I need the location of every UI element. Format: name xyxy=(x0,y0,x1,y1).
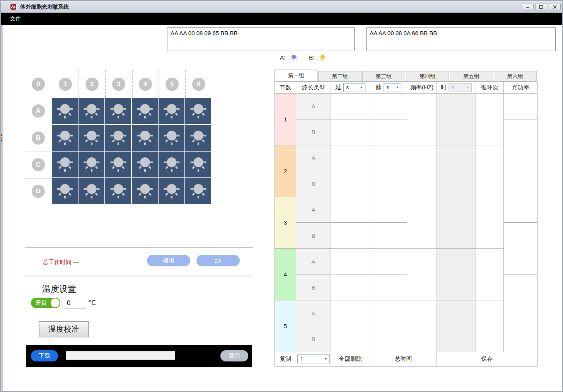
column-divider-dashed-line xyxy=(185,70,186,98)
frequency-cell-5[interactable] xyxy=(407,300,437,352)
command-box-a[interactable]: AA AA 00 08 09 65 BB BB xyxy=(167,27,355,51)
frequency-cell-1[interactable] xyxy=(407,94,437,145)
delay-cell-2B[interactable] xyxy=(331,171,370,197)
pulse-cell-3A[interactable] xyxy=(370,197,407,223)
frequency-cell-4[interactable] xyxy=(407,249,437,300)
download-button[interactable]: 下载 xyxy=(31,350,58,361)
pulse-cell-4B[interactable] xyxy=(370,274,407,300)
well-D5[interactable] xyxy=(159,178,184,204)
well-C4[interactable] xyxy=(132,152,158,177)
tab-group-1[interactable]: 第一组 xyxy=(275,70,317,82)
well-bulb-icon xyxy=(134,100,156,123)
well-D3[interactable] xyxy=(105,178,131,204)
time-cell-3 xyxy=(437,197,476,249)
column-divider-dashed-line xyxy=(78,70,79,98)
maximize-button[interactable] xyxy=(535,3,547,10)
well-B3[interactable] xyxy=(105,125,131,151)
time-unit-select: s▼ xyxy=(449,83,472,92)
cycles-cell-2[interactable] xyxy=(476,145,504,197)
copy-button[interactable]: 复制 xyxy=(275,352,296,366)
speed-2x-button[interactable]: 2X xyxy=(196,255,240,266)
power-cell-5[interactable] xyxy=(504,274,537,326)
well-bulb-icon xyxy=(188,126,209,150)
frequency-cell-3[interactable] xyxy=(407,197,437,249)
delay-cell-1A[interactable] xyxy=(331,94,370,119)
pulse-cell-1B[interactable] xyxy=(370,119,407,145)
header-wavelength-type: 波长类型 xyxy=(296,82,331,94)
well-A3[interactable] xyxy=(105,98,131,124)
temperature-calibrate-button[interactable]: 温度校准 xyxy=(39,321,89,337)
pulse-unit-select[interactable]: s▼ xyxy=(384,83,401,92)
close-button[interactable] xyxy=(549,3,561,10)
pulse-cell-2A[interactable] xyxy=(370,145,407,171)
pulse-cell-3B[interactable] xyxy=(370,223,407,249)
well-B4[interactable] xyxy=(132,125,158,151)
total-time-button[interactable]: 总时间 xyxy=(370,352,437,366)
delay-cell-5B[interactable] xyxy=(331,326,370,352)
tab-group-2[interactable]: 第二组 xyxy=(318,71,361,82)
well-A2[interactable] xyxy=(78,98,104,124)
minimize-button[interactable] xyxy=(522,3,534,10)
cycles-cell-4[interactable] xyxy=(476,249,504,300)
well-A4[interactable] xyxy=(132,98,158,124)
menu-item-file[interactable]: 文件 xyxy=(5,15,26,22)
well-B2[interactable] xyxy=(78,125,104,151)
delay-unit-select[interactable]: s▼ xyxy=(343,83,365,92)
tab-group-4[interactable]: 第四组 xyxy=(406,71,449,82)
delete-all-button[interactable]: 全部删除 xyxy=(331,352,370,366)
power-cell-4[interactable] xyxy=(504,223,537,274)
command-box-b[interactable]: AA AA 00 08 0A 66 BB BB xyxy=(366,27,556,51)
delay-cell-4B[interactable] xyxy=(331,274,370,300)
well-C3[interactable] xyxy=(105,152,131,177)
save-button[interactable]: 保存 xyxy=(437,352,537,366)
well-B5[interactable] xyxy=(159,125,184,151)
pulse-cell-5A[interactable] xyxy=(370,300,407,326)
pulse-cell-4A[interactable] xyxy=(370,249,407,274)
well-D2[interactable] xyxy=(78,178,104,204)
well-D4[interactable] xyxy=(132,178,158,204)
well-B6[interactable] xyxy=(185,125,211,151)
frequency-cell-2[interactable] xyxy=(407,145,437,197)
toggle-knob xyxy=(51,298,60,307)
channel-cell-4B: B xyxy=(296,274,331,300)
well-C5[interactable] xyxy=(159,152,184,177)
well-C6[interactable] xyxy=(185,152,211,177)
temperature-input[interactable]: 0 xyxy=(64,297,86,309)
well-C2[interactable] xyxy=(78,152,104,177)
cycles-cell-1[interactable] xyxy=(476,94,504,145)
well-D6[interactable] xyxy=(185,178,211,204)
delay-cell-3B[interactable] xyxy=(331,223,370,249)
well-C1[interactable] xyxy=(52,152,78,177)
power-cell-6[interactable] xyxy=(504,326,537,352)
power-cell-3[interactable] xyxy=(504,171,537,223)
download-progress-field[interactable] xyxy=(66,351,175,360)
channel-cell-5B: B xyxy=(296,326,331,352)
cycles-cell-5[interactable] xyxy=(476,300,504,352)
well-B1[interactable] xyxy=(52,125,78,151)
channel-cell-2B: B xyxy=(296,171,331,197)
tab-group-3[interactable]: 第三组 xyxy=(362,71,405,82)
activate-button[interactable]: 激活 xyxy=(220,350,248,361)
power-cell-2[interactable] xyxy=(504,119,537,171)
delay-cell-2A[interactable] xyxy=(331,145,370,171)
tab-group-5[interactable]: 第五组 xyxy=(450,71,493,82)
pulse-cell-1A[interactable] xyxy=(370,94,407,119)
pulse-cell-2B[interactable] xyxy=(370,171,407,197)
copy-count-select[interactable]: 1▼ xyxy=(297,355,330,363)
cycles-cell-3[interactable] xyxy=(476,197,504,249)
row-separator-line xyxy=(26,125,52,125)
power-cell-1[interactable] xyxy=(504,94,537,119)
well-bulb-icon xyxy=(54,153,76,176)
pulse-cell-5B[interactable] xyxy=(370,326,407,352)
delay-cell-1B[interactable] xyxy=(331,119,370,145)
simulate-button[interactable]: 模拟 xyxy=(147,255,190,266)
tab-group-6[interactable]: 第六组 xyxy=(494,71,537,82)
delay-cell-5A[interactable] xyxy=(331,300,370,326)
temperature-toggle[interactable]: 开启 xyxy=(31,298,60,308)
well-A1[interactable] xyxy=(52,98,78,124)
well-D1[interactable] xyxy=(52,178,78,204)
delay-cell-3A[interactable] xyxy=(331,197,370,223)
well-A5[interactable] xyxy=(159,98,184,124)
delay-cell-4A[interactable] xyxy=(331,249,370,274)
well-A6[interactable] xyxy=(185,98,211,124)
